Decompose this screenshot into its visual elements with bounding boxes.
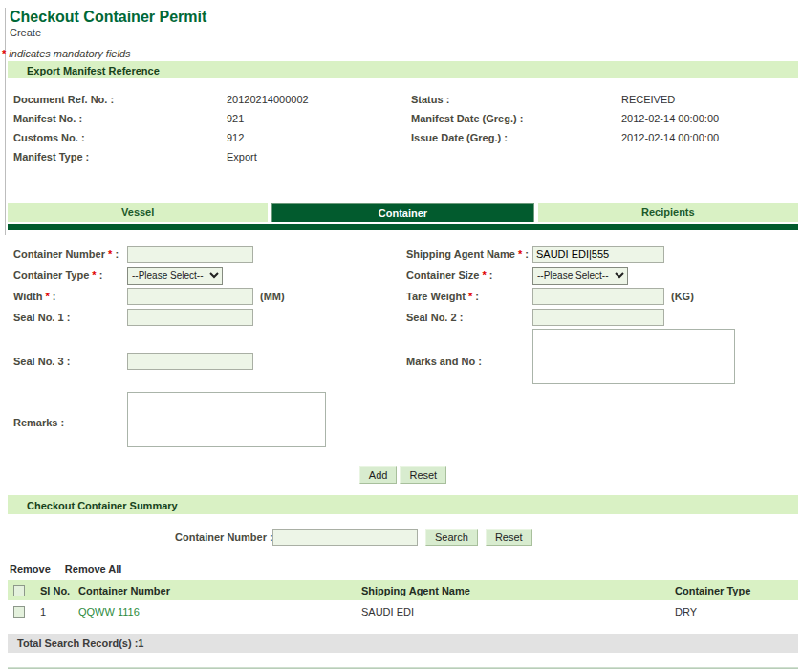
summary-search-row: Container Number : Search Reset xyxy=(8,529,798,550)
width-input[interactable] xyxy=(127,288,253,305)
section-header-export-manifest: Export Manifest Reference xyxy=(8,61,798,80)
column-header-container-type: Container Type xyxy=(669,580,798,600)
seal-3-input[interactable] xyxy=(127,353,253,370)
column-header-shipping-agent: Shipping Agent Name xyxy=(356,580,669,600)
search-container-number-label: Container Number : xyxy=(175,531,273,543)
marks-and-no-label: Marks and No : xyxy=(406,356,482,367)
doc-ref-value: 20120214000002 xyxy=(227,94,309,105)
tab-underbar xyxy=(8,224,798,230)
tab-recipients[interactable]: Recipients xyxy=(538,203,798,222)
manifest-date-label: Manifest Date (Greg.) : xyxy=(411,113,523,124)
tab-bar: Vessel Container Recipients xyxy=(8,203,798,222)
container-number-link[interactable]: QQWW 1116 xyxy=(78,606,140,618)
width-unit-label: (MM) xyxy=(260,291,285,302)
seal-2-label: Seal No. 2 : xyxy=(406,312,463,323)
tare-weight-label: Tare Weight * : xyxy=(406,291,479,302)
select-all-checkbox[interactable] xyxy=(13,585,25,596)
container-type-select[interactable]: --Please Select-- xyxy=(127,267,223,285)
container-type-label: Container Type * : xyxy=(13,270,102,281)
column-header-sl-no: Sl No. xyxy=(34,580,73,600)
marks-and-no-textarea[interactable] xyxy=(532,329,735,384)
container-size-select[interactable]: --Please Select-- xyxy=(532,267,628,285)
form-actions: Add Reset xyxy=(8,466,798,484)
total-records-bar: Total Search Record(s) :1 xyxy=(8,634,798,653)
container-size-label: Container Size * : xyxy=(406,270,492,281)
cell-container-type: DRY xyxy=(669,600,798,623)
cell-shipping-agent: SAUDI EDI xyxy=(356,600,669,623)
mandatory-fields-note: * indicates mandatory fields xyxy=(2,48,798,59)
width-label: Width * : xyxy=(13,291,56,302)
add-button[interactable]: Add xyxy=(359,466,398,484)
tab-container[interactable]: Container xyxy=(271,203,533,222)
seal-1-label: Seal No. 1 : xyxy=(13,312,70,323)
status-value: RECEIVED xyxy=(621,94,675,105)
manifest-no-value: 921 xyxy=(227,113,244,124)
container-number-input[interactable] xyxy=(127,246,253,263)
doc-ref-label: Document Ref. No. : xyxy=(13,94,114,105)
tab-vessel[interactable]: Vessel xyxy=(8,203,268,222)
remarks-textarea[interactable] xyxy=(127,392,326,447)
page-subtitle: Create xyxy=(10,27,798,38)
manifest-date-value: 2012-02-14 00:00:00 xyxy=(621,113,719,124)
remarks-label: Remarks : xyxy=(13,417,64,428)
seal-3-label: Seal No. 3 : xyxy=(13,356,70,367)
issue-date-label: Issue Date (Greg.) : xyxy=(411,132,508,143)
manifest-no-label: Manifest No. : xyxy=(13,113,82,124)
manifest-reference-grid: Document Ref. No. : 20120214000002 Statu… xyxy=(8,94,798,185)
seal-2-input[interactable] xyxy=(532,309,664,326)
status-label: Status : xyxy=(411,94,449,105)
summary-table: Sl No. Container Number Shipping Agent N… xyxy=(8,580,798,624)
customs-no-value: 912 xyxy=(227,132,244,143)
remove-links-row: Remove Remove All xyxy=(10,563,798,574)
manifest-row: Customs No. : 912 Issue Date (Greg.) : 2… xyxy=(8,132,798,151)
cell-sl-no: 1 xyxy=(34,600,73,623)
page-content: Checkout Container Permit Create * indic… xyxy=(8,0,798,672)
row-checkbox[interactable] xyxy=(13,606,25,618)
required-asterisk: * xyxy=(2,48,6,59)
left-frame-rule xyxy=(5,8,6,235)
footer-divider xyxy=(8,667,798,669)
search-container-number-input[interactable] xyxy=(272,529,418,546)
manifest-row: Manifest Type : Export xyxy=(8,151,798,170)
column-header-container-number: Container Number xyxy=(73,580,356,600)
table-row: 1 QQWW 1116 SAUDI EDI DRY xyxy=(8,600,798,623)
shipping-agent-label: Shipping Agent Name * : xyxy=(406,249,529,260)
customs-no-label: Customs No. : xyxy=(13,132,85,143)
manifest-row: Manifest No. : 921 Manifest Date (Greg.)… xyxy=(8,113,798,132)
tare-weight-unit-label: (KG) xyxy=(671,291,694,302)
container-form: Container Number * : Shipping Agent Name… xyxy=(8,243,798,459)
tare-weight-input[interactable] xyxy=(532,288,664,305)
seal-1-input[interactable] xyxy=(127,309,253,326)
shipping-agent-input[interactable] xyxy=(532,246,664,263)
page-title: Checkout Container Permit xyxy=(10,9,798,26)
remove-link[interactable]: Remove xyxy=(10,563,51,574)
remove-all-link[interactable]: Remove All xyxy=(65,563,122,574)
section-header-summary: Checkout Container Summary xyxy=(8,495,798,516)
manifest-row: Document Ref. No. : 20120214000002 Statu… xyxy=(8,94,798,113)
reset-button[interactable]: Reset xyxy=(400,466,446,484)
container-number-label: Container Number * : xyxy=(13,249,119,260)
manifest-type-label: Manifest Type : xyxy=(13,151,89,163)
search-reset-button[interactable]: Reset xyxy=(486,529,532,546)
summary-table-header-row: Sl No. Container Number Shipping Agent N… xyxy=(8,580,798,600)
issue-date-value: 2012-02-14 00:00:00 xyxy=(621,132,719,143)
search-button[interactable]: Search xyxy=(425,529,478,546)
manifest-type-value: Export xyxy=(227,151,257,163)
